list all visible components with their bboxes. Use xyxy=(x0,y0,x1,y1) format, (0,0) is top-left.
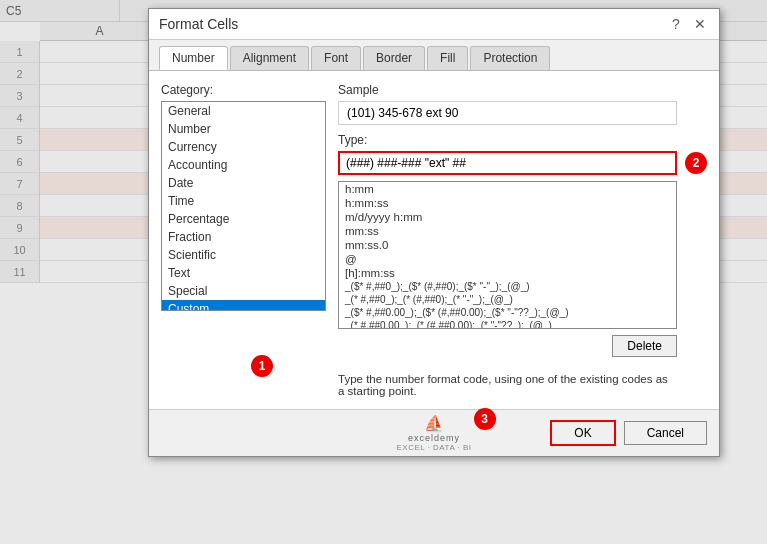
list-item[interactable]: Date xyxy=(162,174,325,192)
list-item[interactable]: Currency xyxy=(162,138,325,156)
list-item[interactable]: mm:ss xyxy=(339,224,676,238)
dialog-tabs: Number Alignment Font Border Fill Protec… xyxy=(149,40,719,71)
list-item[interactable]: _($* #,##0.00_);_($* (#,##0.00);_($* "-"… xyxy=(339,306,676,319)
type-list-wrapper: h:mm h:mm:ss m/d/yyyy h:mm mm:ss mm:ss.0… xyxy=(338,181,677,329)
category-list[interactable]: General Number Currency Accounting Date … xyxy=(161,101,326,311)
tab-number[interactable]: Number xyxy=(159,46,228,70)
list-item[interactable]: _(* #,##0.00_);_(* (#,##0.00);_(* "-"??_… xyxy=(339,319,676,329)
list-item[interactable]: Accounting xyxy=(162,156,325,174)
badge-3: 3 xyxy=(474,408,496,430)
sample-label: Sample xyxy=(338,83,677,97)
list-item[interactable]: General xyxy=(162,102,325,120)
list-item[interactable]: m/d/yyyy h:mm xyxy=(339,210,676,224)
list-item[interactable]: _($* #,##0_);_($* (#,##0);_($* "-"_);_(@… xyxy=(339,280,676,293)
exceldemy-logo: ⛵ exceldemy EXCEL · DATA · BI xyxy=(396,414,471,452)
sample-box: (101) 345-678 ext 90 xyxy=(338,101,677,125)
tab-protection[interactable]: Protection xyxy=(470,46,550,70)
cancel-button[interactable]: Cancel xyxy=(624,421,707,445)
logo-sub: EXCEL · DATA · BI xyxy=(396,443,471,452)
list-item[interactable]: Time xyxy=(162,192,325,210)
logo-text: exceldemy xyxy=(408,433,460,443)
list-item[interactable]: Text xyxy=(162,264,325,282)
badge-2: 2 xyxy=(685,152,707,174)
dialog-content-row: Category: General Number Currency Accoun… xyxy=(161,83,707,397)
type-list[interactable]: h:mm h:mm:ss m/d/yyyy h:mm mm:ss mm:ss.0… xyxy=(338,181,677,329)
type-input[interactable] xyxy=(338,151,677,175)
list-item[interactable]: h:mm xyxy=(339,182,676,196)
list-item[interactable]: Fraction xyxy=(162,228,325,246)
list-item[interactable]: Scientific xyxy=(162,246,325,264)
tab-border[interactable]: Border xyxy=(363,46,425,70)
list-item[interactable]: _(* #,##0_);_(* (#,##0);_(* "-"_);_(@_) xyxy=(339,293,676,306)
dialog-footer: ⛵ exceldemy EXCEL · DATA · BI 3 OK Cance… xyxy=(149,409,719,456)
dialog-title: Format Cells xyxy=(159,16,238,32)
list-item-custom[interactable]: Custom xyxy=(162,300,325,311)
dialog-body: Category: General Number Currency Accoun… xyxy=(149,71,719,409)
list-item[interactable]: Number xyxy=(162,120,325,138)
tab-font[interactable]: Font xyxy=(311,46,361,70)
dialog-controls: ? ✕ xyxy=(667,15,709,33)
logo-icon: ⛵ xyxy=(424,414,444,433)
close-button[interactable]: ✕ xyxy=(691,15,709,33)
list-item[interactable]: h:mm:ss xyxy=(339,196,676,210)
list-item[interactable]: Special xyxy=(162,282,325,300)
hint-text: Type the number format code, using one o… xyxy=(338,373,677,397)
tab-alignment[interactable]: Alignment xyxy=(230,46,309,70)
list-item[interactable]: [h]:mm:ss xyxy=(339,266,676,280)
format-cells-dialog: Format Cells ? ✕ Number Alignment Font B… xyxy=(148,8,720,457)
badge-1: 1 xyxy=(251,355,273,377)
list-item[interactable]: mm:ss.0 xyxy=(339,238,676,252)
type-label: Type: xyxy=(338,133,677,147)
help-button[interactable]: ? xyxy=(667,15,685,33)
category-section: Category: General Number Currency Accoun… xyxy=(161,83,326,397)
category-label: Category: xyxy=(161,83,326,97)
ok-button[interactable]: OK xyxy=(550,420,615,446)
list-item[interactable]: @ xyxy=(339,252,676,266)
type-input-wrapper: 2 xyxy=(338,151,677,175)
list-item[interactable]: Percentage xyxy=(162,210,325,228)
format-section: Sample (101) 345-678 ext 90 Type: 2 h:mm… xyxy=(338,83,707,397)
delete-button[interactable]: Delete xyxy=(612,335,677,357)
tab-fill[interactable]: Fill xyxy=(427,46,468,70)
dialog-titlebar: Format Cells ? ✕ xyxy=(149,9,719,40)
